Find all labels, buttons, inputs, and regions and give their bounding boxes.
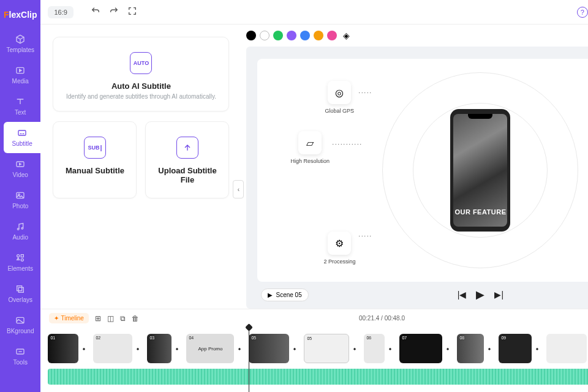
- transition-icon[interactable]: ⬥: [238, 345, 245, 352]
- manual-subtitle-card[interactable]: SUB| Manual Subtitle: [53, 121, 137, 198]
- clip-07[interactable]: 07: [399, 334, 442, 363]
- nav-subtitle[interactable]: Subtitle: [4, 122, 40, 153]
- playhead[interactable]: [249, 327, 249, 392]
- sub-badge-icon: SUB|: [84, 137, 106, 159]
- clip-09[interactable]: 09: [499, 334, 532, 363]
- svg-rect-11: [19, 287, 24, 292]
- auto-subtitle-card[interactable]: AUTO Auto AI Subtitle Identify and gener…: [53, 37, 229, 111]
- nav-text[interactable]: Text: [0, 91, 40, 122]
- fullscreen-icon[interactable]: [127, 6, 137, 18]
- feature-gps: ◎ Global GPS: [325, 81, 354, 114]
- clip-04[interactable]: 04App Promo: [186, 334, 234, 363]
- timeline-time: 00:21.4 / 00:48.0: [359, 315, 405, 322]
- aspect-ratio[interactable]: 16:9: [48, 6, 73, 18]
- transition-icon[interactable]: ⬥: [82, 345, 89, 352]
- transition-icon[interactable]: ⬥: [535, 345, 543, 352]
- logo: FlexClip: [0, 5, 40, 28]
- svg-point-6: [21, 227, 23, 229]
- transition-icon[interactable]: ⬥: [388, 345, 396, 352]
- nav-tools[interactable]: Tools: [0, 341, 40, 372]
- transition-icon[interactable]: ⬥: [293, 345, 300, 352]
- help-icon[interactable]: ?: [577, 7, 588, 18]
- nav-video[interactable]: Video: [0, 153, 40, 184]
- svg-point-9: [21, 258, 24, 261]
- transition-icon[interactable]: ⬥: [136, 345, 143, 352]
- nav-media[interactable]: Media: [0, 59, 40, 91]
- clips-row: 01 ⬥ 02 ⬥ 03 ⬥ 04App Promo ⬥ 05 ⬥ 05 ⬥ 0…: [48, 332, 588, 365]
- clip-01[interactable]: 01: [48, 334, 78, 363]
- clip-09b[interactable]: [546, 334, 587, 363]
- nav-bkground[interactable]: BKground: [0, 309, 40, 341]
- collapse-panel-icon[interactable]: ‹: [233, 180, 244, 198]
- workspace: AUTO Auto AI Subtitle Identify and gener…: [40, 24, 588, 309]
- nav-elements[interactable]: Elements: [0, 247, 40, 278]
- timeline[interactable]: 01 ⬥ 02 ⬥ 03 ⬥ 04App Promo ⬥ 05 ⬥ 05 ⬥ 0…: [40, 327, 588, 392]
- clip-03[interactable]: 03: [147, 334, 172, 363]
- svg-rect-10: [17, 286, 22, 291]
- delete-icon[interactable]: 🗑: [132, 314, 139, 323]
- transition-icon[interactable]: ⬥: [446, 345, 453, 352]
- prev-icon[interactable]: |◀: [458, 290, 467, 300]
- split-icon[interactable]: ◫: [107, 314, 114, 323]
- preview-column: ‹ ◈ ◎ Global GPS ·: [238, 24, 588, 309]
- canvas-wrap: ◎ Global GPS ····· ☼ Bright Spot ····· ▱…: [246, 47, 588, 309]
- gps-icon: ◎: [328, 81, 351, 104]
- feature-proc: ⚙ 2 Processing: [323, 232, 355, 265]
- clip-06-active[interactable]: 05: [304, 334, 349, 363]
- timeline-chip[interactable]: ✦ Timeline: [49, 313, 88, 323]
- preview-canvas[interactable]: ◎ Global GPS ····· ☼ Bright Spot ····· ▱…: [257, 59, 588, 282]
- swatch-pink[interactable]: [327, 31, 337, 40]
- add-scene-icon[interactable]: ⊞: [95, 314, 101, 323]
- upload-subtitle-card[interactable]: Upload Subtitle File: [145, 121, 229, 198]
- nav-templates[interactable]: Templates: [0, 28, 40, 59]
- color-swatches: ◈: [238, 24, 588, 47]
- text-icon: [15, 97, 25, 107]
- auto-badge-icon: AUTO: [130, 52, 152, 74]
- clip-06b[interactable]: 06: [364, 334, 385, 363]
- play-controls: ▶ Scene 05 |◀ ▶ ▶| ◔ 6.0s ⛶: [257, 282, 588, 303]
- auto-title: Auto AI Subtitle: [63, 81, 219, 91]
- templates-icon: [15, 34, 25, 44]
- nav-audio[interactable]: Audio: [0, 216, 40, 247]
- svg-point-5: [18, 228, 20, 230]
- transition-icon[interactable]: ⬥: [488, 345, 495, 352]
- photo-icon: [15, 190, 25, 200]
- subtitle-icon: [17, 128, 27, 138]
- svg-point-7: [17, 255, 20, 257]
- swatch-black[interactable]: [246, 31, 256, 40]
- duplicate-icon[interactable]: ⧉: [120, 314, 126, 323]
- swatch-purple[interactable]: [287, 31, 296, 40]
- clip-02[interactable]: 02: [93, 334, 132, 363]
- video-icon: [15, 159, 25, 169]
- audio-icon: [15, 222, 25, 232]
- phone-mockup: OUR FEATURE: [450, 109, 510, 232]
- nav-overlays[interactable]: Overlays: [0, 278, 40, 309]
- manual-title: Manual Subtitle: [59, 166, 130, 175]
- swatch-yellow[interactable]: [314, 31, 323, 40]
- main: 16:9 ? Save Export→ Sign Up AUTO Auto AI…: [40, 0, 588, 392]
- swatch-white[interactable]: [260, 31, 270, 40]
- overlays-icon: [15, 284, 25, 294]
- swatch-blue[interactable]: [300, 31, 310, 40]
- timeline-toolbar: ✦ Timeline ⊞ ◫ ⧉ 🗑 00:21.4 / 00:48.0 ⊖ ⊕…: [40, 309, 588, 327]
- undo-icon[interactable]: [91, 6, 100, 18]
- topbar: 16:9 ? Save Export→ Sign Up: [40, 0, 588, 24]
- audio-track[interactable]: [48, 369, 588, 385]
- gear-icon: ⚙: [328, 232, 351, 255]
- nav-photo[interactable]: Photo: [0, 184, 40, 216]
- scene-indicator[interactable]: ▶ Scene 05: [261, 288, 308, 301]
- next-icon[interactable]: ▶|: [494, 290, 503, 300]
- transition-icon[interactable]: ⬥: [175, 345, 183, 352]
- svg-rect-1: [18, 130, 26, 135]
- play-icon[interactable]: ▶: [476, 288, 484, 301]
- transition-icon[interactable]: ⬥: [353, 345, 360, 352]
- auto-subtitle: Identify and generate subtitles through …: [63, 93, 219, 100]
- fill-bucket-icon[interactable]: ◈: [343, 31, 350, 40]
- feature-res: ▱ High Resolution: [290, 131, 330, 164]
- subtitle-panel: AUTO Auto AI Subtitle Identify and gener…: [40, 24, 238, 309]
- redo-icon[interactable]: [109, 6, 119, 18]
- sidebar: FlexClip Templates Media Text Subtitle V…: [0, 0, 40, 392]
- clip-05[interactable]: 05: [249, 334, 289, 363]
- clip-08[interactable]: 08: [457, 334, 484, 363]
- swatch-green[interactable]: [273, 31, 283, 40]
